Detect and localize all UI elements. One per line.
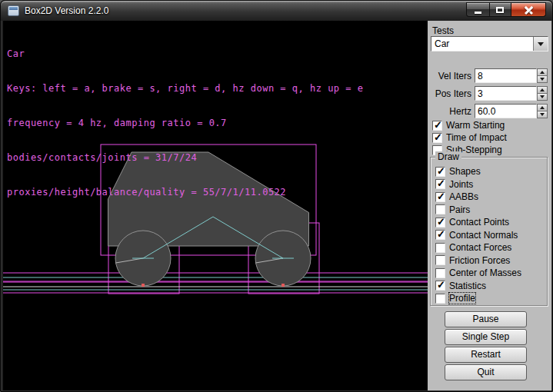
chevron-down-icon xyxy=(538,42,544,46)
checkbox-label: AABBs xyxy=(449,191,478,202)
checkbox-profile[interactable]: Profile xyxy=(435,292,521,304)
spinner-down-button[interactable] xyxy=(537,93,548,101)
debug-text: Car Keys: left = a, brake = s, right = d… xyxy=(7,25,363,221)
checkbox-joints[interactable]: Joints xyxy=(435,178,521,191)
pause-button[interactable]: Pause xyxy=(445,311,527,327)
control-panel: Tests Car Vel Iters 8 Pos Iters 3 xyxy=(428,21,551,390)
checkbox-contact-forces[interactable]: Contact Forces xyxy=(435,241,521,254)
checkbox-box xyxy=(435,218,445,228)
checkbox-box xyxy=(435,204,445,214)
hertz-input[interactable]: 60.0 xyxy=(475,104,537,118)
checkbox-label: Pairs xyxy=(449,204,470,215)
vel-iters-label: Vel Iters xyxy=(428,71,471,81)
pos-iters-label: Pos Iters xyxy=(428,88,471,99)
right-contact-point xyxy=(281,284,285,287)
arrow-up-icon xyxy=(540,106,545,109)
hertz-row: Hertz 60.0 xyxy=(428,104,549,118)
checkbox-label: Statistics xyxy=(449,281,486,291)
title-bar[interactable]: Box2D Version 2.2.0 xyxy=(1,1,552,21)
checkbox-label: Center of Masses xyxy=(449,267,521,278)
checkbox-aabbs[interactable]: AABBs xyxy=(435,191,521,203)
checkbox-friction-forces[interactable]: Friction Forces xyxy=(435,254,521,267)
checkbox-box xyxy=(435,268,445,278)
debug-text-line: frequency = 4 hz, damping ratio = 0.7 xyxy=(7,118,363,129)
checkbox-label: Contact Normals xyxy=(449,230,518,241)
checkbox-time-of-impact[interactable]: Time of Impact xyxy=(432,131,507,144)
app-icon xyxy=(8,5,19,16)
hertz-label: Hertz xyxy=(428,106,471,117)
close-button[interactable] xyxy=(511,2,546,17)
draw-group: Draw Shapes Joints AABBs xyxy=(430,157,548,306)
spinner-down-button[interactable] xyxy=(537,111,548,118)
window-title: Box2D Version 2.2.0 xyxy=(25,5,108,16)
window-content: Car Keys: left = a, brake = s, right = d… xyxy=(3,21,551,390)
draw-group-items: Shapes Joints AABBs Pairs xyxy=(435,165,521,305)
draw-group-title: Draw xyxy=(435,151,461,162)
checkbox-box xyxy=(435,167,445,177)
checkbox-pairs[interactable]: Pairs xyxy=(435,204,521,216)
debug-text-line: proxies/height/balance/quality = 55/7/1/… xyxy=(7,187,363,198)
ground-edges xyxy=(3,277,428,290)
minimize-button[interactable] xyxy=(466,2,489,17)
checkbox-shapes[interactable]: Shapes xyxy=(435,165,521,178)
simulation-viewport[interactable]: Car Keys: left = a, brake = s, right = d… xyxy=(3,21,428,390)
test-select-value: Car xyxy=(435,38,449,49)
maximize-icon xyxy=(496,7,504,13)
checkbox-box xyxy=(435,255,445,265)
checkbox-label: Joints xyxy=(449,179,473,190)
checkbox-statistics[interactable]: Statistics xyxy=(435,280,521,292)
maximize-button[interactable] xyxy=(489,2,511,17)
checkbox-box xyxy=(435,192,445,202)
pos-iters-stepper xyxy=(537,86,548,101)
minimize-icon xyxy=(475,12,481,14)
hertz-stepper xyxy=(537,104,548,118)
checkbox-box xyxy=(432,133,442,143)
debug-text-line: bodies/contacts/joints = 31/7/24 xyxy=(7,152,363,164)
restart-button[interactable]: Restart xyxy=(445,347,527,363)
arrow-down-icon xyxy=(540,113,545,116)
checkbox-box xyxy=(435,281,445,291)
checkbox-label: Contact Points xyxy=(449,217,509,228)
vel-iters-stepper xyxy=(537,68,548,83)
checkbox-box xyxy=(432,121,442,131)
checkbox-label: Shapes xyxy=(449,166,481,177)
checkbox-label: Time of Impact xyxy=(446,132,507,143)
checkbox-contact-points[interactable]: Contact Points xyxy=(435,216,521,228)
test-select-dropdown[interactable]: Car xyxy=(431,36,548,51)
checkbox-box xyxy=(435,179,445,189)
arrow-up-icon xyxy=(540,88,545,91)
ground-aabb-lower xyxy=(3,282,428,293)
arrow-down-icon xyxy=(540,95,545,98)
checkbox-center-of-masses[interactable]: Center of Masses xyxy=(435,267,521,279)
checkbox-contact-normals[interactable]: Contact Normals xyxy=(435,229,521,241)
checkbox-label: Warm Starting xyxy=(446,120,505,131)
pos-iters-input[interactable]: 3 xyxy=(475,86,537,101)
checkbox-label: Profile xyxy=(449,293,475,304)
dropdown-button[interactable] xyxy=(533,37,548,51)
pos-iters-row: Pos Iters 3 xyxy=(428,86,549,101)
spinner-down-button[interactable] xyxy=(537,75,548,83)
caption-buttons xyxy=(466,2,546,17)
vel-iters-row: Vel Iters 8 xyxy=(428,68,549,83)
checkbox-warm-starting[interactable]: Warm Starting xyxy=(432,119,505,131)
arrow-down-icon xyxy=(540,78,545,81)
single-step-button[interactable]: Single Step xyxy=(445,329,527,345)
checkbox-label: Friction Forces xyxy=(449,255,510,266)
app-window: Box2D Version 2.2.0 xyxy=(0,0,553,392)
vel-iters-input[interactable]: 8 xyxy=(475,68,537,83)
checkbox-label: Contact Forces xyxy=(449,242,511,253)
debug-text-line: Keys: left = a, brake = s, right = d, hz… xyxy=(7,83,363,95)
close-icon xyxy=(525,6,533,15)
checkbox-box xyxy=(435,230,445,240)
quit-button[interactable]: Quit xyxy=(445,364,527,380)
left-contact-point xyxy=(142,284,145,287)
arrow-up-icon xyxy=(540,71,545,74)
tests-label: Tests xyxy=(432,25,454,36)
debug-text-line: Car xyxy=(7,48,363,60)
checkbox-box xyxy=(435,243,445,253)
checkbox-box xyxy=(435,294,445,304)
